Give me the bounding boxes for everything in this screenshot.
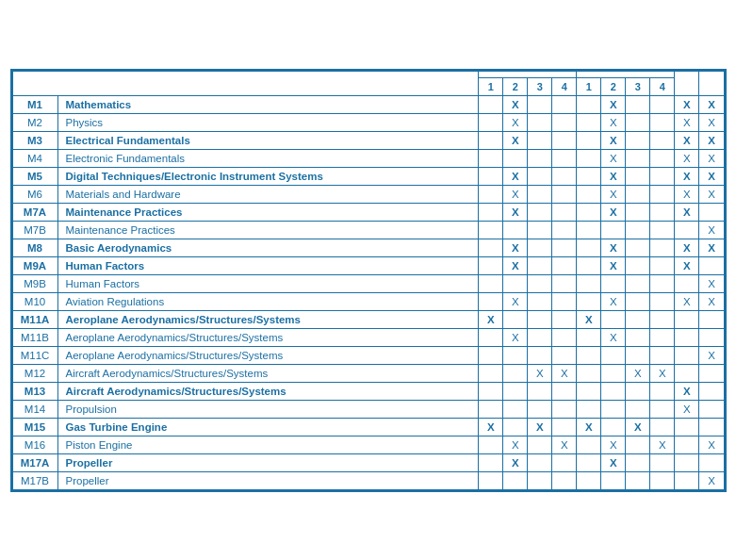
table-title — [12, 71, 479, 95]
table-row: M3Electrical FundamentalsXXXX — [12, 131, 724, 149]
header-b2 — [675, 71, 699, 95]
header-a — [479, 71, 577, 77]
a-sub-3: 3 — [528, 77, 552, 95]
table-row: M17APropellerXX — [12, 453, 724, 471]
a-sub-1: 1 — [479, 77, 503, 95]
table-row: M10Aviation RegulationsXXXX — [12, 292, 724, 310]
table-row: M11CAeroplane Aerodynamics/Structures/Sy… — [12, 346, 724, 364]
table-row: M4Electronic FundamentalsXXX — [12, 149, 724, 167]
table-row: M17BPropellerX — [12, 471, 724, 489]
table-row: M11BAeroplane Aerodynamics/Structures/Sy… — [12, 328, 724, 346]
b1-sub-2: 2 — [601, 77, 626, 95]
table-row: M11AAeroplane Aerodynamics/Structures/Sy… — [12, 310, 724, 328]
table-row: M9BHuman FactorsX — [12, 274, 724, 292]
b1-sub-1: 1 — [577, 77, 601, 95]
table-row: M12Aircraft Aerodynamics/Structures/Syst… — [12, 364, 724, 382]
header-b1 — [577, 71, 675, 77]
b1-sub-4: 4 — [650, 77, 675, 95]
header-b3 — [699, 71, 724, 95]
table-row: M6Materials and HardwareXXXX — [12, 185, 724, 203]
table-row: M2PhysicsXXXX — [12, 113, 724, 131]
table-row: M15Gas Turbine EngineXXXX — [12, 418, 724, 436]
table-row: M7AMaintenance PracticesXXX — [12, 203, 724, 221]
header-row-main — [12, 71, 724, 77]
table-row: M13Aircraft Aerodynamics/Structures/Syst… — [12, 382, 724, 400]
table-row: M1MathematicsXXXX — [12, 95, 724, 113]
a-sub-2: 2 — [503, 77, 528, 95]
main-table-wrapper: 1 2 3 4 1 2 3 4 M1MathematicsXXXXM2Physi… — [10, 69, 727, 492]
table-row: M16Piston EngineXXXXX — [12, 436, 724, 453]
table-row: M8Basic AerodynamicsXXXX — [12, 239, 724, 256]
table-row: M5Digital Techniques/Electronic Instrume… — [12, 167, 724, 185]
table-row: M14PropulsionX — [12, 400, 724, 418]
a-sub-4: 4 — [552, 77, 577, 95]
b1-sub-3: 3 — [626, 77, 650, 95]
table-row: M7BMaintenance PracticesX — [12, 221, 724, 239]
table-row: M9AHuman FactorsXXX — [12, 256, 724, 274]
